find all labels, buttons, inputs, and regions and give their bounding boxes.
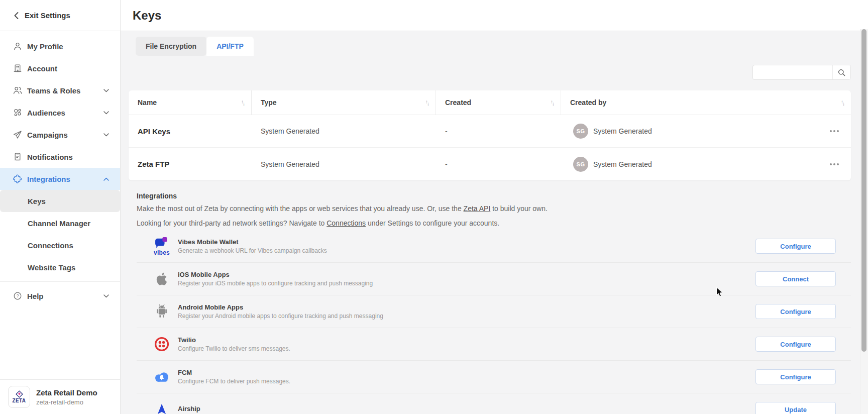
twilio-logo-icon xyxy=(151,336,173,352)
key-created: - xyxy=(436,127,561,135)
sort-icon[interactable]: ↑↓ xyxy=(425,100,428,106)
tab-label: File Encryption xyxy=(146,42,196,50)
sidebar-item-integrations[interactable]: Integrations xyxy=(0,168,120,190)
column-header-created-by: Created by ↑↓ xyxy=(561,90,851,115)
sidebar-item-label: My Profile xyxy=(27,42,63,51)
note-text: Looking for your third-party ad network … xyxy=(137,219,327,227)
more-options-icon[interactable] xyxy=(829,160,840,168)
page-title: Keys xyxy=(133,9,161,23)
apple-logo-icon xyxy=(151,270,173,287)
exit-settings-button[interactable]: Exit Settings xyxy=(0,0,120,31)
sort-icon[interactable]: ↑↓ xyxy=(241,100,244,106)
intro-text: to build your own. xyxy=(490,204,548,213)
note-text: under Settings to configure your account… xyxy=(366,219,499,227)
sidebar-item-notifications[interactable]: Notifications xyxy=(0,146,120,168)
svg-text:?: ? xyxy=(17,293,19,298)
sidebar-item-teams-roles[interactable]: Teams & Roles xyxy=(0,79,120,101)
integration-info: Twilio Configure Twilio to deliver sms m… xyxy=(178,336,290,352)
column-header-type: Type ↑↓ xyxy=(252,90,436,115)
sidebar-item-audiences[interactable]: Audiences xyxy=(0,101,120,124)
configure-twilio-button[interactable]: Configure xyxy=(755,337,836,352)
more-options-icon[interactable] xyxy=(829,127,840,135)
sidebar-subitem-channel-manager[interactable]: Channel Manager xyxy=(0,212,120,234)
search-input[interactable] xyxy=(753,65,832,79)
sidebar-item-help[interactable]: ? Help xyxy=(0,285,120,307)
integration-name: FCM xyxy=(178,369,290,376)
zeta-logo-text: ZETA xyxy=(13,398,26,403)
key-name: API Keys xyxy=(129,127,252,136)
search-button[interactable] xyxy=(832,65,850,79)
workspace-switcher[interactable]: ZETA Zeta Retail Demo zeta-retail-demo xyxy=(0,379,120,414)
table-row[interactable]: Zeta FTP System Generated - SG System Ge… xyxy=(129,148,851,180)
puzzle-icon xyxy=(13,174,22,183)
sort-icon[interactable]: ↑↓ xyxy=(551,100,554,106)
table-row[interactable]: API Keys System Generated - SG System Ge… xyxy=(129,115,851,148)
integration-description: Generate a webhook URL for Vibes campaig… xyxy=(178,247,327,254)
users-icon xyxy=(13,86,22,95)
exit-settings-label: Exit Settings xyxy=(25,11,70,20)
sidebar-item-campaigns[interactable]: Campaigns xyxy=(0,124,120,146)
scrollbar-thumb[interactable] xyxy=(861,29,866,352)
tab-api-ftp[interactable]: API/FTP xyxy=(206,37,254,56)
notifications-icon xyxy=(13,152,22,161)
integration-row-airship: Airship Update xyxy=(137,393,851,414)
sidebar: Exit Settings My Profile Account Teams & xyxy=(0,0,121,414)
sidebar-subitem-connections[interactable]: Connections xyxy=(0,234,120,256)
chevron-down-icon xyxy=(103,133,109,137)
sidebar-subitem-keys[interactable]: Keys xyxy=(0,190,120,212)
user-icon xyxy=(13,42,22,51)
integration-row-ios: iOS Mobile Apps Register your iOS mobile… xyxy=(137,263,851,295)
integration-name: Android Mobile Apps xyxy=(178,303,383,311)
integrations-list: vibes Vibes Mobile Wallet Generate a web… xyxy=(137,230,851,414)
integration-description: Register your Android mobile apps to con… xyxy=(178,313,383,320)
configure-fcm-button[interactable]: Configure xyxy=(755,369,836,384)
table-header: Name ↑↓ Type ↑↓ Created ↑↓ Created by ↑↓ xyxy=(129,90,851,115)
column-label: Type xyxy=(261,98,277,107)
configure-vibes-button[interactable]: Configure xyxy=(755,239,836,254)
key-type: System Generated xyxy=(252,160,436,168)
audiences-icon xyxy=(13,108,22,117)
sidebar-item-label: Help xyxy=(27,292,44,300)
sidebar-item-account[interactable]: Account xyxy=(0,57,120,79)
integration-name: iOS Mobile Apps xyxy=(178,271,373,278)
integration-description: Register your iOS mobile apps to configu… xyxy=(178,280,373,287)
sidebar-item-label: Account xyxy=(27,64,57,73)
help-icon: ? xyxy=(13,291,22,300)
intro-text: Make the most out of Zeta by connecting … xyxy=(137,204,464,213)
created-by-label: System Generated xyxy=(593,160,652,168)
airship-logo-icon xyxy=(151,402,173,414)
main-panel: Keys File Encryption API/FTP xyxy=(121,0,868,414)
sidebar-subitem-label: Keys xyxy=(28,197,46,205)
sidebar-nav: My Profile Account Teams & Roles xyxy=(0,31,120,379)
sidebar-subitem-website-tags[interactable]: Website Tags xyxy=(0,256,120,278)
workspace-info: Zeta Retail Demo zeta-retail-demo xyxy=(36,388,97,406)
page-header: Keys xyxy=(121,0,868,31)
sidebar-item-my-profile[interactable]: My Profile xyxy=(0,35,120,57)
search-box xyxy=(752,65,851,80)
column-header-created: Created ↑↓ xyxy=(436,90,561,115)
integration-row-fcm: FCM Configure FCM to deliver push messag… xyxy=(137,361,851,393)
tab-file-encryption[interactable]: File Encryption xyxy=(136,37,206,56)
integrations-note: Looking for your third-party ad network … xyxy=(137,219,851,227)
chevron-down-icon xyxy=(103,89,109,92)
integrations-intro: Make the most out of Zeta by connecting … xyxy=(137,204,851,213)
fcm-logo-icon xyxy=(151,371,173,383)
scrollbar[interactable] xyxy=(860,29,868,414)
chevron-down-icon xyxy=(103,294,109,298)
update-airship-button[interactable]: Update xyxy=(755,402,836,414)
chevron-down-icon xyxy=(103,111,109,115)
connections-link[interactable]: Connections xyxy=(327,219,366,227)
key-created: - xyxy=(436,160,561,168)
sidebar-item-label: Integrations xyxy=(27,175,70,183)
paper-plane-icon xyxy=(13,130,22,139)
key-created-by: SG System Generated xyxy=(561,157,851,172)
page-content: File Encryption API/FTP xyxy=(121,31,868,414)
integration-row-android: Android Mobile Apps Register your Androi… xyxy=(137,295,851,328)
integrations-section: Integrations Make the most out of Zeta b… xyxy=(129,192,851,414)
zeta-api-link[interactable]: Zeta API xyxy=(464,204,491,213)
building-icon xyxy=(13,64,22,73)
sort-icon[interactable]: ↑↓ xyxy=(841,100,844,106)
column-label: Created by xyxy=(570,98,606,107)
connect-ios-button[interactable]: Connect xyxy=(755,271,836,286)
configure-android-button[interactable]: Configure xyxy=(755,304,836,319)
